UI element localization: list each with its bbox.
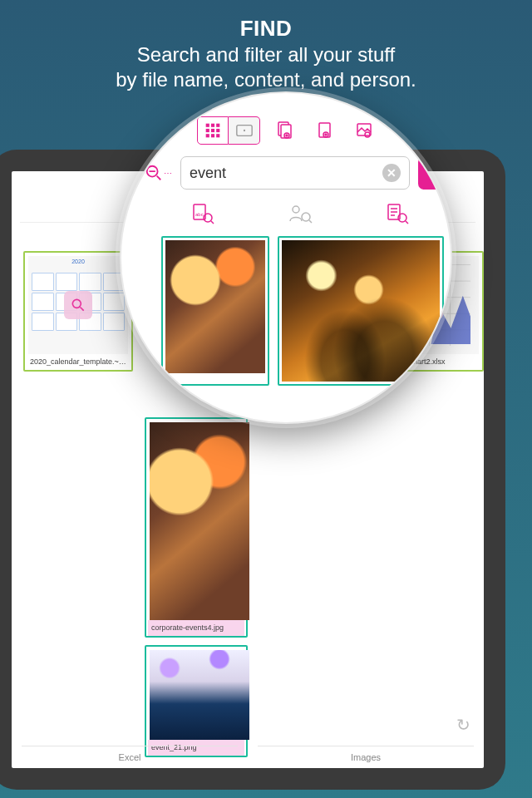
svg-line-41 [406,221,408,224]
search-input[interactable] [190,165,382,182]
zoom-out-icon[interactable]: ⋯ [145,164,172,182]
svg-rect-5 [211,124,214,127]
promo-line1: Search and filter all your stuff [17,42,515,67]
calendar-year: 2020 [28,256,128,264]
image-preview-icon[interactable] [348,116,380,145]
docs-preview-icon[interactable] [308,116,340,145]
doc-preview-icon[interactable] [268,116,300,145]
tab-excel[interactable]: Excel [22,746,238,762]
svg-rect-7 [206,129,209,132]
promo-block: FIND Search and filter all your stuff by… [0,0,532,101]
result-thumb-1[interactable] [161,236,269,386]
svg-rect-10 [206,134,209,137]
search-row: ⋯ ✕ Cancel [120,151,452,193]
svg-rect-8 [211,129,214,132]
thumb-corp-events[interactable]: corporate-events4.jpg [145,417,248,638]
svg-text:abc: abc [195,212,204,217]
clear-icon[interactable]: ✕ [382,164,401,182]
thumb-calendar-body: 2020 [28,256,128,354]
svg-line-1 [81,308,84,311]
svg-point-18 [286,135,288,136]
device-view-icon[interactable] [229,116,260,145]
magnify-overlay-icon [64,291,92,319]
svg-rect-12 [216,134,219,137]
svg-point-24 [397,124,408,135]
grid-view-icon[interactable] [197,116,229,145]
tab-images[interactable]: Images [258,746,474,762]
promo-title: FIND [17,15,515,42]
filter-row: abc [120,193,452,229]
svg-rect-11 [211,134,214,137]
svg-point-0 [72,299,81,308]
thumb-calendar[interactable]: 2020 2020_calendar_template.~1~ [23,251,133,372]
svg-rect-4 [206,124,209,127]
svg-point-34 [302,213,310,221]
view-toggle [197,116,260,145]
svg-point-14 [244,131,244,131]
filter-filename-icon[interactable]: abc [186,200,219,228]
search-field[interactable]: ✕ [180,156,410,190]
bottom-tabs: Excel Images [12,740,484,768]
thumb-corp-caption: corporate-events4.jpg [148,620,244,636]
svg-rect-6 [216,124,219,127]
magnifier-lens: ⋯ ✕ Cancel abc [120,91,452,424]
svg-point-33 [293,206,299,213]
svg-point-21 [325,134,327,135]
lens-result-thumbs [120,229,452,386]
under-lens-grid: corporate-events4.jpg [145,417,248,638]
toolbar [120,101,452,151]
svg-line-28 [157,176,161,180]
thumb-calendar-caption: 2020_calendar_template.~1~ [28,354,128,370]
svg-rect-9 [216,129,219,132]
svg-line-32 [211,221,214,224]
svg-line-35 [309,220,312,223]
svg-point-23 [365,132,370,137]
filter-content-icon[interactable] [381,200,414,228]
search-icon[interactable] [388,116,420,145]
promo-line2: by file name, content, and person. [17,67,515,92]
refresh-icon[interactable]: ↻ [456,715,470,735]
svg-line-25 [407,134,411,138]
filter-person-icon[interactable] [283,200,317,228]
